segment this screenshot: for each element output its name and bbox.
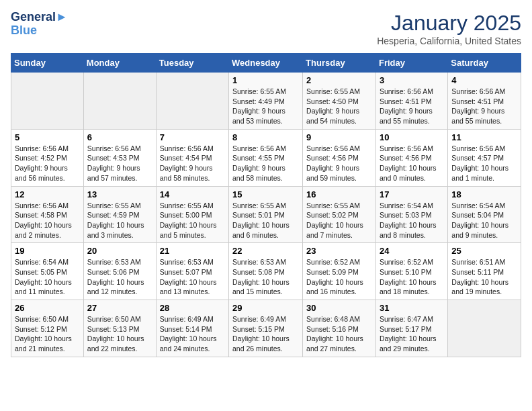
day-number: 8	[232, 132, 299, 142]
day-number: 20	[87, 246, 152, 256]
day-info: Sunrise: 6:55 AMSunset: 4:49 PMDaylight:…	[232, 87, 299, 126]
calendar-cell: 3Sunrise: 6:56 AMSunset: 4:51 PMDaylight…	[375, 73, 447, 130]
calendar-cell: 23Sunrise: 6:52 AMSunset: 5:09 PMDayligh…	[303, 243, 376, 300]
day-info: Sunrise: 6:48 AMSunset: 5:16 PMDaylight:…	[306, 314, 372, 354]
day-info: Sunrise: 6:54 AMSunset: 5:04 PMDaylight:…	[451, 201, 517, 240]
weekday-header-monday: Monday	[83, 54, 156, 73]
logo-text-blue: Blue	[11, 24, 68, 38]
day-number: 25	[451, 246, 517, 256]
calendar-cell: 30Sunrise: 6:48 AMSunset: 5:16 PMDayligh…	[303, 300, 376, 357]
day-number: 11	[451, 132, 517, 142]
calendar-week-row: 26Sunrise: 6:50 AMSunset: 5:12 PMDayligh…	[11, 300, 521, 357]
calendar-cell: 12Sunrise: 6:56 AMSunset: 4:58 PMDayligh…	[11, 186, 84, 243]
day-info: Sunrise: 6:56 AMSunset: 4:56 PMDaylight:…	[306, 144, 372, 183]
calendar-cell: 16Sunrise: 6:55 AMSunset: 5:02 PMDayligh…	[303, 186, 376, 243]
day-number: 1	[232, 75, 299, 85]
day-number: 18	[451, 189, 517, 199]
day-info: Sunrise: 6:53 AMSunset: 5:06 PMDaylight:…	[87, 257, 152, 297]
page-header: General► Blue January 2025 Hesperia, Cal…	[11, 11, 521, 46]
day-number: 12	[15, 189, 80, 199]
calendar-cell: 21Sunrise: 6:53 AMSunset: 5:07 PMDayligh…	[156, 243, 228, 300]
day-info: Sunrise: 6:54 AMSunset: 5:03 PMDaylight:…	[380, 201, 444, 240]
day-number: 30	[306, 303, 372, 313]
calendar-cell: 19Sunrise: 6:54 AMSunset: 5:05 PMDayligh…	[11, 243, 84, 300]
location: Hesperia, California, United States	[377, 36, 521, 46]
day-info: Sunrise: 6:52 AMSunset: 5:09 PMDaylight:…	[306, 257, 372, 297]
calendar-cell: 26Sunrise: 6:50 AMSunset: 5:12 PMDayligh…	[11, 300, 84, 357]
calendar-cell: 18Sunrise: 6:54 AMSunset: 5:04 PMDayligh…	[448, 186, 521, 243]
calendar-cell: 27Sunrise: 6:50 AMSunset: 5:13 PMDayligh…	[83, 300, 156, 357]
logo: General► Blue	[11, 11, 68, 38]
day-info: Sunrise: 6:55 AMSunset: 5:00 PMDaylight:…	[160, 201, 225, 240]
day-number: 5	[15, 132, 80, 142]
day-number: 27	[87, 303, 152, 313]
day-info: Sunrise: 6:56 AMSunset: 4:54 PMDaylight:…	[160, 144, 225, 183]
weekday-header-wednesday: Wednesday	[229, 54, 303, 73]
day-info: Sunrise: 6:56 AMSunset: 4:51 PMDaylight:…	[380, 87, 444, 126]
day-info: Sunrise: 6:49 AMSunset: 5:15 PMDaylight:…	[232, 314, 299, 354]
day-info: Sunrise: 6:55 AMSunset: 4:50 PMDaylight:…	[306, 87, 372, 126]
day-number: 29	[232, 303, 299, 313]
day-number: 31	[380, 303, 444, 313]
day-number: 2	[306, 75, 372, 85]
calendar-cell: 5Sunrise: 6:56 AMSunset: 4:52 PMDaylight…	[11, 129, 84, 186]
weekday-header-thursday: Thursday	[303, 54, 376, 73]
day-number: 19	[15, 246, 80, 256]
day-info: Sunrise: 6:56 AMSunset: 4:56 PMDaylight:…	[380, 144, 444, 183]
day-info: Sunrise: 6:55 AMSunset: 5:01 PMDaylight:…	[232, 201, 299, 240]
calendar-cell: 29Sunrise: 6:49 AMSunset: 5:15 PMDayligh…	[229, 300, 303, 357]
calendar-week-row: 12Sunrise: 6:56 AMSunset: 4:58 PMDayligh…	[11, 186, 521, 243]
logo-text: General►	[11, 11, 68, 24]
day-number: 13	[87, 189, 152, 199]
calendar-cell: 11Sunrise: 6:56 AMSunset: 4:57 PMDayligh…	[448, 129, 521, 186]
day-info: Sunrise: 6:55 AMSunset: 5:02 PMDaylight:…	[306, 201, 372, 240]
calendar-week-row: 5Sunrise: 6:56 AMSunset: 4:52 PMDaylight…	[11, 129, 521, 186]
day-number: 15	[232, 189, 299, 199]
day-number: 26	[15, 303, 80, 313]
day-info: Sunrise: 6:47 AMSunset: 5:17 PMDaylight:…	[380, 314, 444, 354]
calendar-cell: 7Sunrise: 6:56 AMSunset: 4:54 PMDaylight…	[156, 129, 228, 186]
day-number: 10	[380, 132, 444, 142]
weekday-header-sunday: Sunday	[11, 54, 84, 73]
calendar-week-row: 19Sunrise: 6:54 AMSunset: 5:05 PMDayligh…	[11, 243, 521, 300]
day-number: 6	[87, 132, 152, 142]
day-number: 3	[380, 75, 444, 85]
day-number: 17	[380, 189, 444, 199]
day-info: Sunrise: 6:54 AMSunset: 5:05 PMDaylight:…	[15, 257, 80, 297]
calendar-cell: 2Sunrise: 6:55 AMSunset: 4:50 PMDaylight…	[303, 73, 376, 130]
calendar-cell	[156, 73, 228, 130]
weekday-header-saturday: Saturday	[448, 54, 521, 73]
calendar-cell: 22Sunrise: 6:53 AMSunset: 5:08 PMDayligh…	[229, 243, 303, 300]
calendar-cell: 20Sunrise: 6:53 AMSunset: 5:06 PMDayligh…	[83, 243, 156, 300]
calendar-cell: 10Sunrise: 6:56 AMSunset: 4:56 PMDayligh…	[375, 129, 447, 186]
day-number: 16	[306, 189, 372, 199]
day-info: Sunrise: 6:56 AMSunset: 4:55 PMDaylight:…	[232, 144, 299, 183]
day-number: 22	[232, 246, 299, 256]
day-number: 21	[160, 246, 225, 256]
calendar-cell	[11, 73, 84, 130]
calendar-cell	[83, 73, 156, 130]
day-info: Sunrise: 6:50 AMSunset: 5:12 PMDaylight:…	[15, 314, 80, 354]
weekday-header-friday: Friday	[375, 54, 447, 73]
calendar-cell: 14Sunrise: 6:55 AMSunset: 5:00 PMDayligh…	[156, 186, 228, 243]
calendar-cell	[448, 300, 521, 357]
calendar-cell: 8Sunrise: 6:56 AMSunset: 4:55 PMDaylight…	[229, 129, 303, 186]
day-info: Sunrise: 6:50 AMSunset: 5:13 PMDaylight:…	[87, 314, 152, 354]
day-info: Sunrise: 6:56 AMSunset: 4:51 PMDaylight:…	[451, 87, 517, 126]
day-number: 14	[160, 189, 225, 199]
calendar-cell: 1Sunrise: 6:55 AMSunset: 4:49 PMDaylight…	[229, 73, 303, 130]
day-info: Sunrise: 6:56 AMSunset: 4:57 PMDaylight:…	[451, 144, 517, 183]
month-title: January 2025	[377, 11, 521, 36]
day-info: Sunrise: 6:52 AMSunset: 5:10 PMDaylight:…	[380, 257, 444, 297]
day-info: Sunrise: 6:56 AMSunset: 4:58 PMDaylight:…	[15, 201, 80, 240]
calendar-cell: 15Sunrise: 6:55 AMSunset: 5:01 PMDayligh…	[229, 186, 303, 243]
day-info: Sunrise: 6:56 AMSunset: 4:52 PMDaylight:…	[15, 144, 80, 183]
calendar-cell: 28Sunrise: 6:49 AMSunset: 5:14 PMDayligh…	[156, 300, 228, 357]
day-info: Sunrise: 6:53 AMSunset: 5:07 PMDaylight:…	[160, 257, 225, 297]
day-info: Sunrise: 6:56 AMSunset: 4:53 PMDaylight:…	[87, 144, 152, 183]
day-number: 23	[306, 246, 372, 256]
calendar-week-row: 1Sunrise: 6:55 AMSunset: 4:49 PMDaylight…	[11, 73, 521, 130]
day-number: 4	[451, 75, 517, 85]
day-number: 24	[380, 246, 444, 256]
title-block: January 2025 Hesperia, California, Unite…	[377, 11, 521, 46]
